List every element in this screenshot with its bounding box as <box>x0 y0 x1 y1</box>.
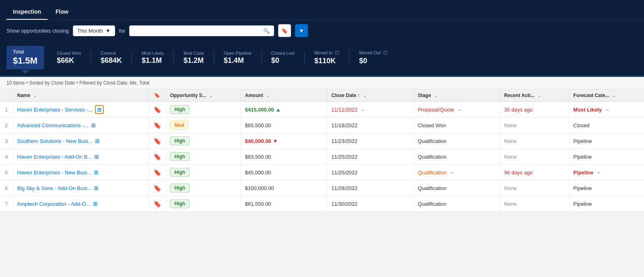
bookmark-outline-icon: 🔖 <box>153 138 161 145</box>
row-forecast-category: Closed <box>569 118 644 133</box>
stage-value: Qualification <box>418 201 447 207</box>
amount-value: $61,550.00 <box>245 201 271 207</box>
row-stage: Proposal/Quote ← <box>413 102 500 118</box>
recent-sort-icon: ⌄ <box>538 93 541 98</box>
close-date-value: 11/28/2022 <box>331 185 357 191</box>
summary-closed-won[interactable]: Closed Won $66K <box>47 51 91 65</box>
col-header-amount[interactable]: Amount ⌄ <box>241 89 327 102</box>
col-header-recent-activity[interactable]: Recent Acti... ⌄ <box>500 89 569 102</box>
forecast-left-arrow-icon: ← <box>595 170 602 176</box>
summary-moved-out-label: Moved Out ⓘ <box>359 50 388 56</box>
summary-moved-in-value: $110K <box>314 57 339 65</box>
summary-bar: Total $1.5M Closed Won $66K Commit $684K… <box>0 41 644 77</box>
table-row: 4Haven Enterprises - Add-On B...⊞🔖High$8… <box>0 149 644 165</box>
moved-out-info-icon: ⓘ <box>383 50 388 55</box>
row-recent-activity: None <box>500 196 569 212</box>
bookmark-outline-icon: 🔖 <box>153 169 161 176</box>
forecast-category-value: Most Likely <box>573 107 602 113</box>
grid-icon[interactable]: ⊞ <box>94 185 99 191</box>
opportunity-name-link[interactable]: Haven Enterprises - New Busi... <box>17 170 91 176</box>
row-stage: Qualification <box>413 196 500 212</box>
summary-most-likely[interactable]: Most Likely $1.1M <box>132 51 174 65</box>
summary-best-case[interactable]: Best Case $1.2M <box>174 51 214 65</box>
row-close-date: 11/11/2022 ← <box>327 102 414 118</box>
bookmark-icon: 🔖 <box>281 28 288 34</box>
opportunity-name-link[interactable]: Big Sky & Sons - Add-On Busi... <box>17 185 92 191</box>
filter-button[interactable]: ▼ <box>295 24 308 37</box>
row-forecast-category: Pipeline <box>569 133 644 149</box>
opp-sort-icon: ⌄ <box>209 93 213 98</box>
row-stage: Qualification <box>413 149 500 165</box>
filter-bar: Show opportunities closing This Month ▼ … <box>0 20 644 41</box>
forecast-left-arrow-icon: ← <box>603 107 610 113</box>
table-row: 6Big Sky & Sons - Add-On Busi...⊞🔖High$1… <box>0 180 644 196</box>
search-icon: 🔍 <box>263 28 270 34</box>
recent-activity-value: None <box>504 154 517 160</box>
summary-commit[interactable]: Commit $684K <box>91 51 132 65</box>
summary-closed-lost[interactable]: Closed Lost $0 <box>262 51 305 65</box>
row-recent-activity: None <box>500 180 569 196</box>
opportunities-table: Name ⌄ 🔖 Opportunity S... ⌄ Amount ⌄ Clo… <box>0 89 644 212</box>
search-input-wrap[interactable]: Me 🔍 <box>129 25 274 36</box>
col-header-opp-score[interactable]: Opportunity S... ⌄ <box>166 89 241 102</box>
summary-moved-out[interactable]: Moved Out ⓘ $0 <box>349 50 397 65</box>
forecast-category-value: Pipeline <box>573 170 593 176</box>
close-date-value: 11/30/2022 <box>331 201 357 207</box>
opportunity-name-link[interactable]: Amptech Corporation - Add-O... <box>17 201 91 207</box>
summary-moved-in-label: Moved In ⓘ <box>314 50 339 56</box>
col-header-stage[interactable]: Stage ⌄ <box>413 89 500 102</box>
row-bookmark[interactable]: 🔖 <box>149 196 166 212</box>
summary-closed-won-label: Closed Won <box>57 51 81 56</box>
filter-show-label: Show opportunities closing <box>6 28 69 34</box>
summary-moved-in[interactable]: Moved In ⓘ $110K <box>305 50 349 65</box>
moved-in-info-icon: ⓘ <box>335 50 339 55</box>
row-recent-activity: 30 days ago <box>500 102 569 118</box>
row-bookmark[interactable]: 🔖 <box>149 118 166 133</box>
row-bookmark[interactable]: 🔖 <box>149 102 166 118</box>
grid-icon[interactable]: ⊞ <box>95 105 104 114</box>
stage-value: Qualification <box>418 185 447 191</box>
row-number: 5 <box>0 165 13 180</box>
search-input[interactable]: Me <box>134 28 261 34</box>
table-row: 5Haven Enterprises - New Busi...⊞🔖High$4… <box>0 165 644 180</box>
bookmark-filter-button[interactable]: 🔖 <box>278 24 291 37</box>
summary-open-pipeline[interactable]: Open Pipeline $1.4M <box>214 51 262 65</box>
row-bookmark[interactable]: 🔖 <box>149 180 166 196</box>
table-container: 10 items • Sorted by Close Date • Filter… <box>0 77 644 212</box>
stage-left-arrow-icon: ← <box>448 170 455 176</box>
table-row: 7Amptech Corporation - Add-O...⊞🔖High$61… <box>0 196 644 212</box>
summary-total-value: $1.5M <box>13 56 37 66</box>
grid-icon[interactable]: ⊞ <box>94 169 99 176</box>
row-bookmark[interactable]: 🔖 <box>149 133 166 149</box>
summary-commit-label: Commit <box>101 51 122 56</box>
col-header-close-date[interactable]: Close Date ↑ ⌄ <box>327 89 414 102</box>
grid-icon[interactable]: ⊞ <box>95 138 100 144</box>
stage-sort-icon: ⌄ <box>434 93 437 98</box>
opportunity-name-link[interactable]: Haven Enterprises - Add-On B... <box>17 154 92 160</box>
opportunity-name-link[interactable]: Southern Solutions - New Busi... <box>17 138 93 144</box>
row-amount: $40,000.00▼ <box>241 133 327 149</box>
row-opp-score: High <box>166 165 241 180</box>
grid-icon[interactable]: ⊞ <box>91 122 96 128</box>
row-recent-activity: None <box>500 149 569 165</box>
summary-total[interactable]: Total $1.5M <box>6 46 44 69</box>
row-bookmark[interactable]: 🔖 <box>149 149 166 165</box>
opportunity-name-link[interactable]: Haven Enterprises - Services -... <box>17 107 93 113</box>
top-navigation: Inspection Flow <box>0 0 644 20</box>
opp-score-badge: High <box>170 152 190 161</box>
col-header-forecast-category[interactable]: Forecast Cate... ⌄ <box>569 89 644 102</box>
bookmark-outline-icon: 🔖 <box>153 201 161 207</box>
opportunity-name-link[interactable]: Advanced Communications -... <box>17 122 89 128</box>
row-bookmark[interactable]: 🔖 <box>149 165 166 180</box>
close-date-value: 11/23/2022 <box>331 138 357 144</box>
recent-activity-value: 30 days ago <box>504 107 533 113</box>
tab-inspection[interactable]: Inspection <box>6 3 47 20</box>
grid-icon[interactable]: ⊞ <box>93 201 98 207</box>
recent-activity-value: None <box>504 201 517 207</box>
tab-flow[interactable]: Flow <box>49 3 75 20</box>
grid-icon[interactable]: ⊞ <box>94 153 99 160</box>
period-select[interactable]: This Month ▼ <box>73 25 115 36</box>
row-name-cell: Advanced Communications -...⊞ <box>13 118 149 133</box>
col-header-bookmark[interactable]: 🔖 <box>149 89 166 102</box>
col-header-name[interactable]: Name ⌄ <box>13 89 149 102</box>
